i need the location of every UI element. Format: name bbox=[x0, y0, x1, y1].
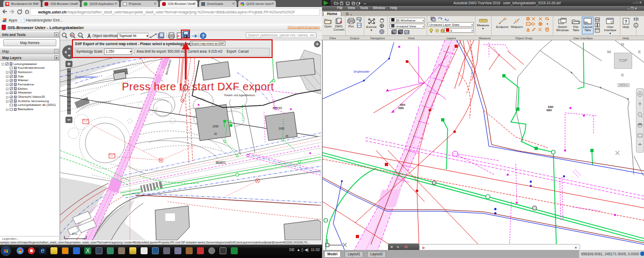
svg-text:2059: 2059 bbox=[398, 107, 404, 110]
svg-text:Freizeit- und Jugendzentrum: Freizeit- und Jugendzentrum bbox=[224, 94, 255, 97]
svg-text:+: + bbox=[71, 33, 73, 37]
svg-text:4664: 4664 bbox=[546, 109, 552, 112]
svg-text:Zeughausplatz: Zeughausplatz bbox=[354, 70, 370, 73]
svg-text:Zeughausparkplatz: Zeughausparkplatz bbox=[75, 76, 96, 78]
svg-text:i: i bbox=[635, 24, 636, 27]
svg-text:A: A bbox=[178, 34, 180, 38]
svg-text:-: - bbox=[79, 33, 81, 37]
svg-text:10 m: 10 m bbox=[72, 233, 77, 235]
svg-text:30: 30 bbox=[214, 133, 217, 135]
svg-text:2058: 2058 bbox=[213, 125, 218, 128]
svg-text:B6801: B6801 bbox=[216, 161, 226, 164]
svg-text:?: ? bbox=[624, 19, 627, 24]
svg-text:28: 28 bbox=[286, 135, 289, 138]
svg-text:4054: 4054 bbox=[400, 104, 406, 106]
svg-text:?: ? bbox=[202, 33, 204, 39]
svg-text:6405: 6405 bbox=[548, 106, 554, 109]
svg-text:2065: 2065 bbox=[279, 127, 284, 130]
svg-text:B5793: B5793 bbox=[273, 106, 282, 110]
